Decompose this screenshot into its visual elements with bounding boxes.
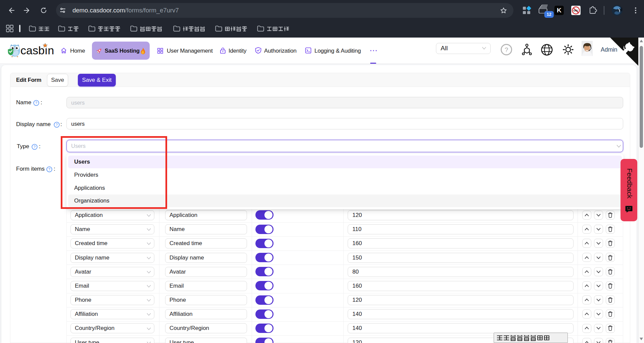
svg-text:URL: URL — [573, 9, 579, 12]
svg-text:?: ? — [34, 145, 36, 149]
svg-text:?: ? — [35, 101, 37, 105]
svg-text:?: ? — [56, 123, 58, 127]
svg-text:?: ? — [48, 167, 50, 171]
